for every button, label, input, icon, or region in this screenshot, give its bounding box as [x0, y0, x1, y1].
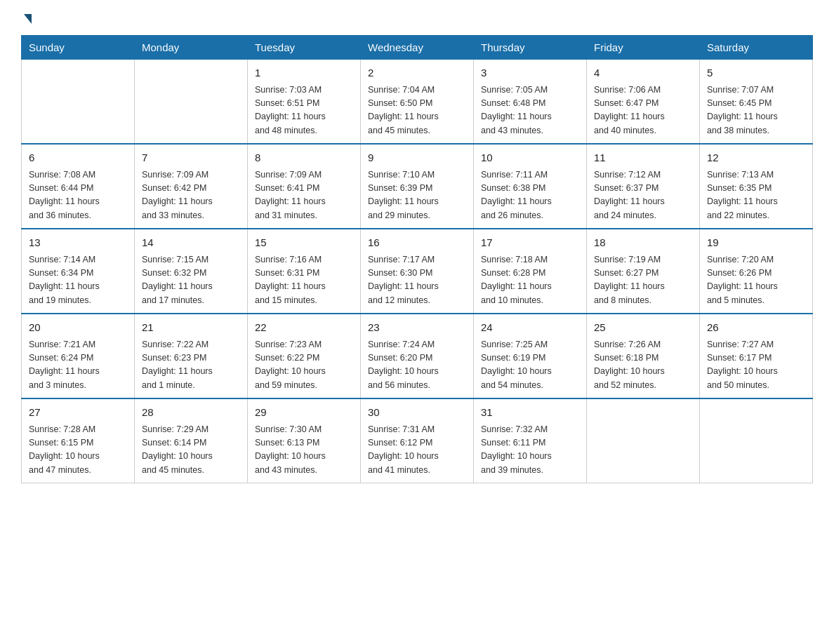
day-number: 26 [707, 320, 805, 336]
calendar-cell [700, 398, 813, 483]
day-info: Sunrise: 7:30 AMSunset: 6:13 PMDaylight:… [255, 423, 353, 478]
calendar-cell: 10Sunrise: 7:11 AMSunset: 6:38 PMDayligh… [474, 144, 587, 229]
logo-arrow-icon [24, 14, 32, 24]
day-info: Sunrise: 7:20 AMSunset: 6:26 PMDaylight:… [707, 253, 805, 308]
week-row-3: 13Sunrise: 7:14 AMSunset: 6:34 PMDayligh… [22, 229, 813, 314]
calendar-cell: 14Sunrise: 7:15 AMSunset: 6:32 PMDayligh… [135, 229, 248, 314]
day-number: 19 [707, 235, 805, 251]
day-number: 25 [594, 320, 692, 336]
calendar-cell [135, 60, 248, 145]
day-info: Sunrise: 7:09 AMSunset: 6:41 PMDaylight:… [255, 168, 353, 223]
calendar-cell: 8Sunrise: 7:09 AMSunset: 6:41 PMDaylight… [248, 144, 361, 229]
calendar-cell: 3Sunrise: 7:05 AMSunset: 6:48 PMDaylight… [474, 60, 587, 145]
day-info: Sunrise: 7:22 AMSunset: 6:23 PMDaylight:… [142, 338, 240, 393]
logo [21, 14, 32, 24]
day-number: 9 [368, 150, 466, 166]
day-number: 29 [255, 405, 353, 421]
day-info: Sunrise: 7:31 AMSunset: 6:12 PMDaylight:… [368, 423, 466, 478]
calendar-cell: 15Sunrise: 7:16 AMSunset: 6:31 PMDayligh… [248, 229, 361, 314]
day-number: 3 [481, 65, 579, 81]
day-info: Sunrise: 7:14 AMSunset: 6:34 PMDaylight:… [29, 253, 127, 308]
day-info: Sunrise: 7:13 AMSunset: 6:35 PMDaylight:… [707, 168, 805, 223]
day-info: Sunrise: 7:07 AMSunset: 6:45 PMDaylight:… [707, 83, 805, 138]
day-info: Sunrise: 7:28 AMSunset: 6:15 PMDaylight:… [29, 423, 127, 478]
day-number: 17 [481, 235, 579, 251]
day-info: Sunrise: 7:16 AMSunset: 6:31 PMDaylight:… [255, 253, 353, 308]
day-number: 27 [29, 405, 127, 421]
day-number: 2 [368, 65, 466, 81]
header-row: SundayMondayTuesdayWednesdayThursdayFrid… [22, 36, 813, 60]
day-number: 7 [142, 150, 240, 166]
day-info: Sunrise: 7:06 AMSunset: 6:47 PMDaylight:… [594, 83, 692, 138]
calendar-cell: 19Sunrise: 7:20 AMSunset: 6:26 PMDayligh… [700, 229, 813, 314]
day-number: 8 [255, 150, 353, 166]
week-row-2: 6Sunrise: 7:08 AMSunset: 6:44 PMDaylight… [22, 144, 813, 229]
day-number: 15 [255, 235, 353, 251]
day-number: 30 [368, 405, 466, 421]
day-info: Sunrise: 7:10 AMSunset: 6:39 PMDaylight:… [368, 168, 466, 223]
calendar-cell: 2Sunrise: 7:04 AMSunset: 6:50 PMDaylight… [361, 60, 474, 145]
day-number: 1 [255, 65, 353, 81]
calendar-cell: 7Sunrise: 7:09 AMSunset: 6:42 PMDaylight… [135, 144, 248, 229]
calendar-cell: 1Sunrise: 7:03 AMSunset: 6:51 PMDaylight… [248, 60, 361, 145]
day-number: 20 [29, 320, 127, 336]
day-info: Sunrise: 7:17 AMSunset: 6:30 PMDaylight:… [368, 253, 466, 308]
day-number: 5 [707, 65, 805, 81]
day-number: 10 [481, 150, 579, 166]
day-info: Sunrise: 7:23 AMSunset: 6:22 PMDaylight:… [255, 338, 353, 393]
calendar-cell: 11Sunrise: 7:12 AMSunset: 6:37 PMDayligh… [587, 144, 700, 229]
header-day-tuesday: Tuesday [248, 36, 361, 60]
day-number: 13 [29, 235, 127, 251]
calendar-cell: 6Sunrise: 7:08 AMSunset: 6:44 PMDaylight… [22, 144, 135, 229]
header-day-saturday: Saturday [700, 36, 813, 60]
day-info: Sunrise: 7:09 AMSunset: 6:42 PMDaylight:… [142, 168, 240, 223]
week-row-5: 27Sunrise: 7:28 AMSunset: 6:15 PMDayligh… [22, 398, 813, 483]
header-day-wednesday: Wednesday [361, 36, 474, 60]
calendar-table: SundayMondayTuesdayWednesdayThursdayFrid… [21, 35, 813, 483]
calendar-cell: 18Sunrise: 7:19 AMSunset: 6:27 PMDayligh… [587, 229, 700, 314]
day-number: 12 [707, 150, 805, 166]
week-row-1: 1Sunrise: 7:03 AMSunset: 6:51 PMDaylight… [22, 60, 813, 145]
calendar-cell [587, 398, 700, 483]
day-info: Sunrise: 7:26 AMSunset: 6:18 PMDaylight:… [594, 338, 692, 393]
day-info: Sunrise: 7:11 AMSunset: 6:38 PMDaylight:… [481, 168, 579, 223]
day-info: Sunrise: 7:18 AMSunset: 6:28 PMDaylight:… [481, 253, 579, 308]
day-number: 22 [255, 320, 353, 336]
day-number: 23 [368, 320, 466, 336]
day-info: Sunrise: 7:32 AMSunset: 6:11 PMDaylight:… [481, 423, 579, 478]
calendar-cell: 28Sunrise: 7:29 AMSunset: 6:14 PMDayligh… [135, 398, 248, 483]
calendar-cell [22, 60, 135, 145]
calendar-cell: 24Sunrise: 7:25 AMSunset: 6:19 PMDayligh… [474, 314, 587, 398]
day-number: 18 [594, 235, 692, 251]
day-info: Sunrise: 7:15 AMSunset: 6:32 PMDaylight:… [142, 253, 240, 308]
day-number: 31 [481, 405, 579, 421]
calendar-cell: 27Sunrise: 7:28 AMSunset: 6:15 PMDayligh… [22, 398, 135, 483]
day-info: Sunrise: 7:19 AMSunset: 6:27 PMDaylight:… [594, 253, 692, 308]
day-number: 14 [142, 235, 240, 251]
day-number: 24 [481, 320, 579, 336]
day-info: Sunrise: 7:24 AMSunset: 6:20 PMDaylight:… [368, 338, 466, 393]
day-info: Sunrise: 7:21 AMSunset: 6:24 PMDaylight:… [29, 338, 127, 393]
calendar-cell: 30Sunrise: 7:31 AMSunset: 6:12 PMDayligh… [361, 398, 474, 483]
calendar-cell: 20Sunrise: 7:21 AMSunset: 6:24 PMDayligh… [22, 314, 135, 398]
calendar-cell: 29Sunrise: 7:30 AMSunset: 6:13 PMDayligh… [248, 398, 361, 483]
calendar-cell: 16Sunrise: 7:17 AMSunset: 6:30 PMDayligh… [361, 229, 474, 314]
calendar-cell: 23Sunrise: 7:24 AMSunset: 6:20 PMDayligh… [361, 314, 474, 398]
day-info: Sunrise: 7:08 AMSunset: 6:44 PMDaylight:… [29, 168, 127, 223]
day-info: Sunrise: 7:27 AMSunset: 6:17 PMDaylight:… [707, 338, 805, 393]
day-info: Sunrise: 7:04 AMSunset: 6:50 PMDaylight:… [368, 83, 466, 138]
calendar-cell: 31Sunrise: 7:32 AMSunset: 6:11 PMDayligh… [474, 398, 587, 483]
day-info: Sunrise: 7:03 AMSunset: 6:51 PMDaylight:… [255, 83, 353, 138]
header-day-thursday: Thursday [474, 36, 587, 60]
calendar-cell: 25Sunrise: 7:26 AMSunset: 6:18 PMDayligh… [587, 314, 700, 398]
day-info: Sunrise: 7:12 AMSunset: 6:37 PMDaylight:… [594, 168, 692, 223]
calendar-cell: 5Sunrise: 7:07 AMSunset: 6:45 PMDaylight… [700, 60, 813, 145]
week-row-4: 20Sunrise: 7:21 AMSunset: 6:24 PMDayligh… [22, 314, 813, 398]
day-number: 28 [142, 405, 240, 421]
calendar-cell: 9Sunrise: 7:10 AMSunset: 6:39 PMDaylight… [361, 144, 474, 229]
day-info: Sunrise: 7:25 AMSunset: 6:19 PMDaylight:… [481, 338, 579, 393]
day-number: 11 [594, 150, 692, 166]
day-number: 21 [142, 320, 240, 336]
logo-area [21, 14, 32, 22]
page-header [21, 14, 813, 22]
